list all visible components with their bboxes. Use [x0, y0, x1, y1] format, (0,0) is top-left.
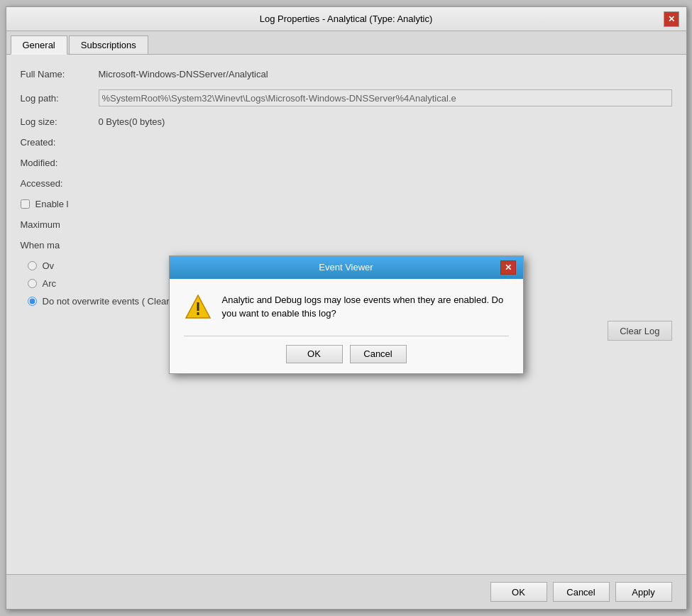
- cancel-button[interactable]: Cancel: [553, 582, 610, 602]
- modal-overlay: Event Viewer ✕ Analytic and Debug logs m…: [6, 55, 686, 574]
- event-dialog-close-button[interactable]: ✕: [500, 260, 516, 275]
- event-dialog-buttons: OK Cancel: [184, 345, 509, 363]
- svg-rect-2: [197, 312, 199, 315]
- event-dialog-titlebar: Event Viewer ✕: [170, 256, 523, 279]
- ok-button[interactable]: OK: [490, 582, 547, 602]
- tab-subscriptions[interactable]: Subscriptions: [69, 35, 148, 54]
- close-button[interactable]: ✕: [664, 11, 679, 27]
- event-dialog-body: Analytic and Debug logs may lose events …: [170, 279, 523, 373]
- warning-icon: [184, 293, 212, 321]
- bottom-bar: OK Cancel Apply: [6, 574, 686, 609]
- event-dialog-ok-button[interactable]: OK: [286, 345, 343, 363]
- event-dialog-title: Event Viewer: [192, 262, 500, 273]
- apply-button[interactable]: Apply: [615, 582, 672, 602]
- main-window: Log Properties - Analytical (Type: Analy…: [6, 6, 687, 610]
- tabs-bar: General Subscriptions: [6, 31, 686, 55]
- svg-rect-1: [197, 302, 199, 311]
- content-area: Full Name: Microsoft-Windows-DNSServer/A…: [6, 55, 686, 574]
- title-bar: Log Properties - Analytical (Type: Analy…: [6, 7, 686, 31]
- event-dialog-message: Analytic and Debug logs may lose events …: [222, 293, 509, 321]
- event-dialog-cancel-button[interactable]: Cancel: [350, 345, 407, 363]
- event-dialog: Event Viewer ✕ Analytic and Debug logs m…: [169, 255, 524, 374]
- event-dialog-message-area: Analytic and Debug logs may lose events …: [184, 293, 509, 321]
- tab-general[interactable]: General: [11, 35, 67, 55]
- event-dialog-separator: [184, 336, 509, 336]
- window-title: Log Properties - Analytical (Type: Analy…: [29, 13, 664, 24]
